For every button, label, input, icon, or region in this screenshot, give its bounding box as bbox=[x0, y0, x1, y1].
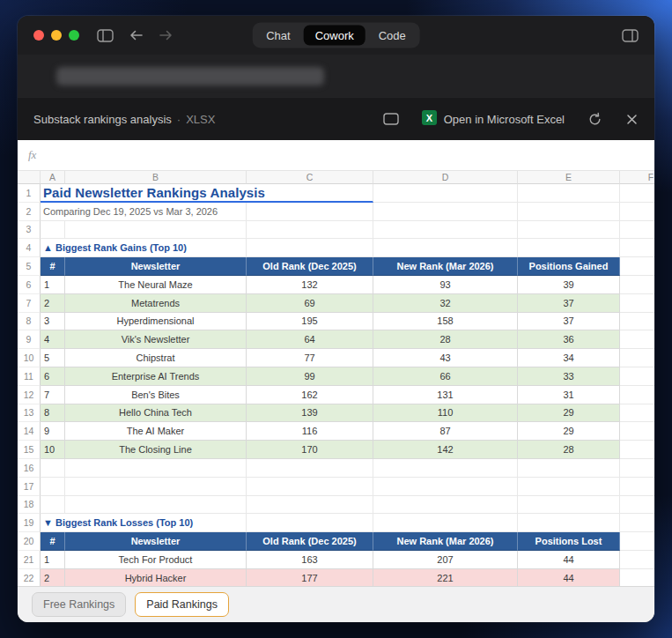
cell[interactable] bbox=[65, 221, 247, 240]
column-header-C[interactable]: C bbox=[247, 171, 373, 184]
table-header-cell[interactable]: Positions Gained bbox=[518, 257, 620, 276]
cell[interactable] bbox=[65, 478, 247, 496]
table-cell[interactable]: 7 bbox=[41, 386, 65, 404]
table-cell[interactable]: 139 bbox=[247, 404, 373, 423]
column-header-D[interactable]: D bbox=[373, 171, 518, 184]
table-cell[interactable]: Enterprise AI Trends bbox=[65, 367, 247, 386]
section-heading-cell[interactable]: ▼ Biggest Rank Losses (Top 10) bbox=[41, 514, 247, 532]
forward-icon[interactable] bbox=[159, 29, 174, 41]
table-cell[interactable]: 66 bbox=[373, 367, 518, 386]
table-cell[interactable]: Hello China Tech bbox=[65, 404, 247, 423]
cell[interactable] bbox=[247, 203, 373, 221]
cell[interactable] bbox=[518, 478, 620, 496]
table-header-cell[interactable]: # bbox=[41, 532, 65, 551]
cell[interactable] bbox=[518, 239, 620, 257]
table-cell[interactable]: 116 bbox=[247, 422, 373, 441]
table-header-cell[interactable]: Newsletter bbox=[65, 257, 247, 276]
table-cell[interactable]: 99 bbox=[247, 367, 373, 386]
table-header-cell[interactable]: Newsletter bbox=[65, 532, 247, 551]
cell[interactable] bbox=[620, 203, 654, 221]
row-number[interactable]: 11 bbox=[18, 367, 41, 386]
cell[interactable] bbox=[620, 441, 654, 459]
table-cell[interactable]: 77 bbox=[247, 349, 373, 367]
row-number[interactable]: 15 bbox=[18, 441, 41, 459]
table-header-cell[interactable]: Old Rank (Dec 2025) bbox=[247, 532, 373, 551]
table-header-cell[interactable]: New Rank (Mar 2026) bbox=[373, 532, 518, 551]
table-cell[interactable]: 31 bbox=[518, 386, 620, 404]
table-cell[interactable]: Metatrends bbox=[65, 294, 247, 313]
cell[interactable] bbox=[41, 221, 65, 240]
cell[interactable] bbox=[65, 459, 247, 478]
table-cell[interactable]: 44 bbox=[518, 551, 620, 569]
cell[interactable] bbox=[518, 203, 620, 221]
table-cell[interactable]: 29 bbox=[518, 404, 620, 423]
cell[interactable] bbox=[518, 221, 620, 240]
row-number[interactable]: 7 bbox=[18, 294, 41, 313]
table-cell[interactable]: 34 bbox=[518, 349, 620, 367]
table-cell[interactable]: 162 bbox=[247, 386, 373, 404]
table-cell[interactable]: 93 bbox=[373, 276, 518, 294]
cell[interactable] bbox=[620, 184, 654, 203]
table-cell[interactable]: 207 bbox=[373, 551, 518, 569]
row-number[interactable]: 10 bbox=[18, 349, 41, 367]
cell[interactable] bbox=[620, 386, 654, 404]
cell[interactable] bbox=[620, 313, 654, 331]
row-number[interactable]: 12 bbox=[18, 386, 41, 404]
table-cell[interactable]: 37 bbox=[518, 313, 620, 331]
table-cell[interactable]: 8 bbox=[41, 404, 65, 423]
cell[interactable] bbox=[620, 330, 654, 349]
column-header-F[interactable]: F bbox=[620, 171, 654, 184]
cell[interactable] bbox=[247, 478, 373, 496]
open-in-excel-button[interactable]: X Open in Microsoft Excel bbox=[422, 110, 565, 129]
table-cell[interactable]: Hybrid Hacker bbox=[65, 569, 247, 586]
table-cell[interactable]: 131 bbox=[373, 386, 518, 404]
zoom-window-button[interactable] bbox=[69, 30, 79, 41]
sheet-title-cell[interactable]: Paid Newsletter Rankings Analysis bbox=[41, 184, 373, 203]
tab-chat[interactable]: Chat bbox=[255, 26, 301, 46]
cell[interactable] bbox=[41, 459, 65, 478]
row-number[interactable]: 6 bbox=[18, 276, 41, 294]
table-cell[interactable]: 43 bbox=[373, 349, 518, 367]
cell[interactable] bbox=[247, 459, 373, 478]
cell[interactable] bbox=[247, 221, 373, 240]
cell[interactable] bbox=[373, 221, 518, 240]
tab-cowork[interactable]: Cowork bbox=[304, 26, 366, 46]
cell[interactable] bbox=[65, 496, 247, 515]
cell[interactable] bbox=[41, 496, 65, 515]
row-number[interactable]: 4 bbox=[18, 239, 41, 257]
table-cell[interactable]: Vik's Newsletter bbox=[65, 330, 247, 349]
back-icon[interactable] bbox=[129, 29, 144, 41]
cell[interactable] bbox=[620, 404, 654, 423]
table-cell[interactable]: 10 bbox=[41, 441, 65, 459]
row-number[interactable]: 1 bbox=[18, 184, 41, 203]
close-icon[interactable] bbox=[625, 113, 639, 126]
table-cell[interactable]: 110 bbox=[373, 404, 518, 423]
row-number[interactable]: 2 bbox=[18, 203, 41, 221]
cell[interactable] bbox=[620, 367, 654, 386]
sheet-subtitle-cell[interactable]: Comparing Dec 19, 2025 vs Mar 3, 2026 bbox=[41, 203, 247, 221]
table-cell[interactable]: 87 bbox=[373, 422, 518, 441]
table-cell[interactable]: 36 bbox=[518, 330, 620, 349]
cell[interactable] bbox=[518, 184, 620, 203]
tab-code[interactable]: Code bbox=[367, 26, 417, 46]
cell[interactable] bbox=[373, 203, 518, 221]
right-panel-icon[interactable] bbox=[622, 29, 639, 42]
table-cell[interactable]: 1 bbox=[41, 551, 65, 569]
table-cell[interactable]: 44 bbox=[518, 569, 620, 586]
table-cell[interactable]: 132 bbox=[247, 276, 373, 294]
cell[interactable] bbox=[373, 478, 518, 496]
table-cell[interactable]: 29 bbox=[518, 422, 620, 441]
cell[interactable] bbox=[518, 496, 620, 515]
cell[interactable] bbox=[620, 496, 654, 515]
table-cell[interactable]: 39 bbox=[518, 276, 620, 294]
row-number[interactable]: 13 bbox=[18, 404, 41, 423]
row-number[interactable]: 14 bbox=[18, 422, 41, 441]
sheet-tab-paid-rankings[interactable]: Paid Rankings bbox=[135, 592, 229, 617]
cell[interactable] bbox=[373, 459, 518, 478]
cell[interactable] bbox=[373, 496, 518, 515]
select-all-corner[interactable] bbox=[18, 171, 41, 184]
row-number[interactable]: 17 bbox=[18, 478, 41, 496]
cell[interactable] bbox=[620, 221, 654, 240]
table-cell[interactable]: The Neural Maze bbox=[65, 276, 247, 294]
table-cell[interactable]: 177 bbox=[247, 569, 373, 586]
